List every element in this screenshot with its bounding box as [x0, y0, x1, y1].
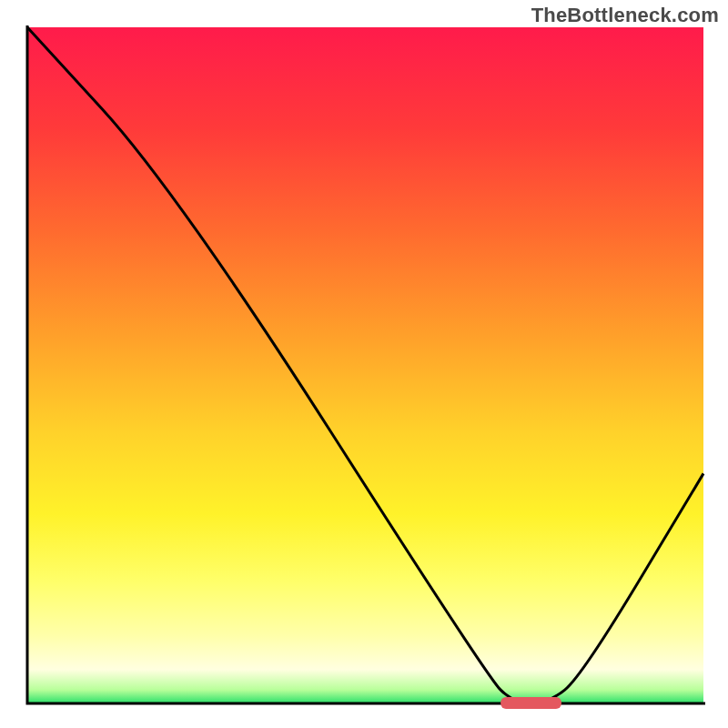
- plot-background: [27, 27, 703, 703]
- watermark-text: TheBottleneck.com: [531, 4, 719, 27]
- optimal-marker: [500, 697, 561, 709]
- chart-container: TheBottleneck.com: [0, 0, 728, 728]
- bottleneck-chart: [0, 0, 728, 728]
